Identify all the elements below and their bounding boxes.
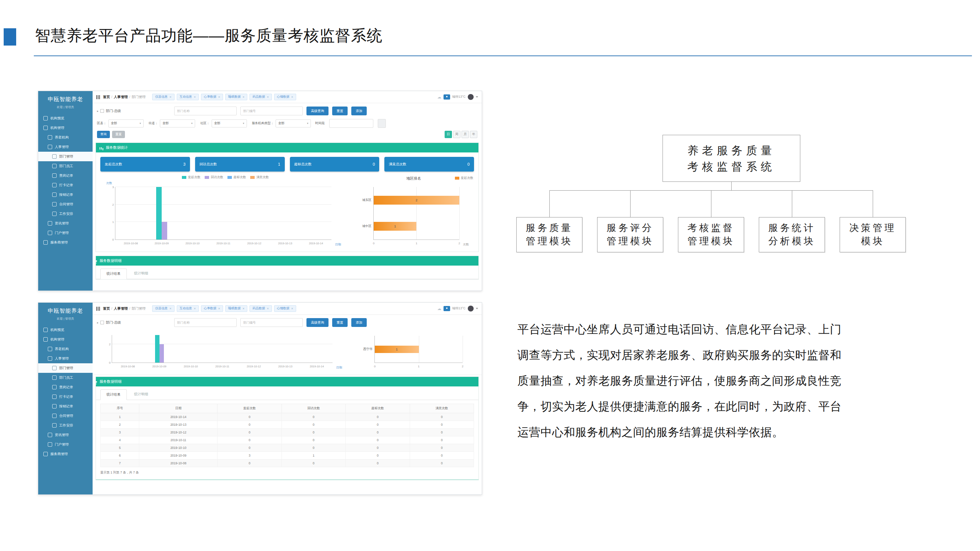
sidebar-item[interactable]: 合同管理 xyxy=(38,200,92,209)
close-icon[interactable]: × xyxy=(194,307,196,310)
sidebar-item[interactable]: 人事管理 xyxy=(38,142,92,152)
sidebar-item[interactable]: 部门员工 xyxy=(38,161,92,171)
sidebar-item[interactable]: 报销记录 xyxy=(38,190,92,200)
sidebar-item[interactable]: 机构预览 xyxy=(38,325,92,335)
sidebar-item[interactable]: 打卡记录 xyxy=(38,392,92,402)
notification-badge[interactable] xyxy=(444,306,450,311)
view-toggle[interactable]: 年 xyxy=(470,131,477,138)
department-tree-node[interactable]: ▸部门-总级 xyxy=(97,109,170,113)
chevron-down-icon[interactable] xyxy=(476,308,478,309)
add-button[interactable]: 添加 xyxy=(351,106,367,115)
calendar-button[interactable] xyxy=(378,119,386,128)
page-tab[interactable]: 心率数据 × xyxy=(201,94,223,100)
filter-select[interactable]: 社区： 全部▾ xyxy=(200,119,247,127)
tab-stats-result[interactable]: 统计结果 xyxy=(100,268,127,279)
view-toggle[interactable]: 月 xyxy=(461,131,469,138)
sidebar-item[interactable]: 查岗记录 xyxy=(38,171,92,180)
page-tab[interactable]: 互动信息 × xyxy=(177,94,199,100)
close-icon[interactable]: × xyxy=(194,95,196,99)
checkbox[interactable] xyxy=(100,321,104,324)
sidebar-item[interactable]: 打卡记录 xyxy=(38,180,92,190)
table-row[interactable]: 62019-10-093100 xyxy=(101,452,474,459)
page-tab[interactable]: 仪器信息 × xyxy=(152,305,174,312)
view-toggle[interactable]: 周 xyxy=(453,131,460,138)
select-box[interactable]: 全部▾ xyxy=(108,119,144,127)
advanced-search-button[interactable]: 高级查询 xyxy=(307,318,328,327)
filter-select[interactable]: 区县： 全部▾ xyxy=(97,119,144,127)
page-tab[interactable]: 药品数据 × xyxy=(250,305,272,312)
close-icon[interactable]: × xyxy=(242,307,244,310)
table-row[interactable]: 72019-10-080000 xyxy=(101,459,474,467)
sidebar-item[interactable]: 部门员工 xyxy=(38,373,92,383)
sidebar-item[interactable]: 部门管理 xyxy=(38,152,92,161)
close-icon[interactable]: × xyxy=(169,95,171,99)
menu-toggle-icon[interactable] xyxy=(96,307,100,311)
close-icon[interactable]: × xyxy=(242,95,244,99)
page-tab[interactable]: 睡眠数据 × xyxy=(225,305,247,312)
table-row[interactable]: 42019-10-110000 xyxy=(101,437,474,444)
date-range-input[interactable] xyxy=(329,119,373,128)
avatar[interactable] xyxy=(468,306,474,311)
expand-icon[interactable]: ▸ xyxy=(97,321,99,324)
tab-stats-detail[interactable]: 统计明细 xyxy=(128,389,154,400)
avatar[interactable] xyxy=(468,94,474,100)
stat-card[interactable]: 回访总次数 1 xyxy=(195,157,285,171)
stat-card[interactable]: 发起总次数 3 xyxy=(100,157,190,171)
notification-badge[interactable] xyxy=(444,94,450,100)
close-icon[interactable]: × xyxy=(291,307,293,310)
close-icon[interactable]: × xyxy=(267,95,269,99)
close-icon[interactable]: × xyxy=(169,307,171,310)
sidebar-item[interactable]: 服务商管理 xyxy=(38,238,92,247)
query-button[interactable]: 查询 xyxy=(97,131,110,138)
close-icon[interactable]: × xyxy=(267,307,269,310)
sidebar-item[interactable]: 工作安排 xyxy=(38,421,92,430)
stat-card[interactable]: 超标总次数 0 xyxy=(290,157,380,171)
table-row[interactable]: 22019-10-130000 xyxy=(101,421,474,429)
table-row[interactable]: 12019-10-140000 xyxy=(101,413,474,421)
close-icon[interactable]: × xyxy=(218,307,220,310)
tab-stats-detail[interactable]: 统计明细 xyxy=(128,268,154,279)
sidebar-item[interactable]: 查岗记录 xyxy=(38,383,92,392)
close-icon[interactable]: × xyxy=(291,95,293,99)
select-box[interactable]: 全部▾ xyxy=(160,119,195,127)
sidebar-item[interactable]: 报销记录 xyxy=(38,402,92,411)
sidebar-item[interactable]: 养老机构 xyxy=(38,133,92,142)
page-tab[interactable]: 心情数据 × xyxy=(274,305,296,312)
close-icon[interactable]: × xyxy=(218,95,220,99)
select-box[interactable]: 全部▾ xyxy=(212,119,247,127)
sidebar-item[interactable]: 工作安排 xyxy=(38,209,92,219)
checkbox[interactable] xyxy=(100,109,104,113)
sidebar-item[interactable]: 资讯管理 xyxy=(38,430,92,440)
page-tab[interactable]: 互动信息 × xyxy=(177,305,199,312)
page-tab[interactable]: 睡眠数据 × xyxy=(225,94,247,100)
page-tab[interactable]: 心率数据 × xyxy=(201,305,223,312)
select-box[interactable]: 全部▾ xyxy=(275,119,311,127)
department-tree-node[interactable]: ▸部门-总级 xyxy=(97,320,170,325)
sidebar-item[interactable]: 机构预览 xyxy=(38,113,92,123)
department-code-input[interactable] xyxy=(240,318,303,327)
page-tab[interactable]: 药品数据 × xyxy=(250,94,272,100)
page-tab[interactable]: 仪器信息 × xyxy=(152,94,174,100)
sidebar-item[interactable]: 门户管理 xyxy=(38,228,92,238)
sidebar-item[interactable]: 门户管理 xyxy=(38,440,92,449)
breadcrumb-section[interactable]: 人事管理 xyxy=(114,306,128,310)
breadcrumb-home[interactable]: 首页 xyxy=(103,306,110,310)
sidebar-item[interactable]: 合同管理 xyxy=(38,411,92,421)
sidebar-item[interactable]: 养老机构 xyxy=(38,344,92,354)
tab-stats-result[interactable]: 统计结果 xyxy=(100,389,127,400)
stat-card[interactable]: 满意总次数 0 xyxy=(384,157,474,171)
sidebar-item[interactable]: 人事管理 xyxy=(38,354,92,363)
table-row[interactable]: 52019-10-100000 xyxy=(101,444,474,452)
view-toggle[interactable]: 日 xyxy=(445,131,452,138)
reset-button[interactable]: 重置 xyxy=(332,318,348,327)
breadcrumb-home[interactable]: 首页 xyxy=(103,95,110,99)
department-name-input[interactable] xyxy=(174,106,237,115)
filter-select[interactable]: 服务机构类型： 全部▾ xyxy=(252,119,311,127)
page-tab[interactable]: 心情数据 × xyxy=(274,94,296,100)
sidebar-item[interactable]: 服务商管理 xyxy=(38,449,92,459)
advanced-search-button[interactable]: 高级查询 xyxy=(307,106,328,115)
add-button[interactable]: 添加 xyxy=(351,318,367,327)
expand-icon[interactable]: ▸ xyxy=(97,110,99,113)
department-code-input[interactable] xyxy=(240,106,303,115)
sidebar-item[interactable]: 机构管理 xyxy=(38,335,92,344)
